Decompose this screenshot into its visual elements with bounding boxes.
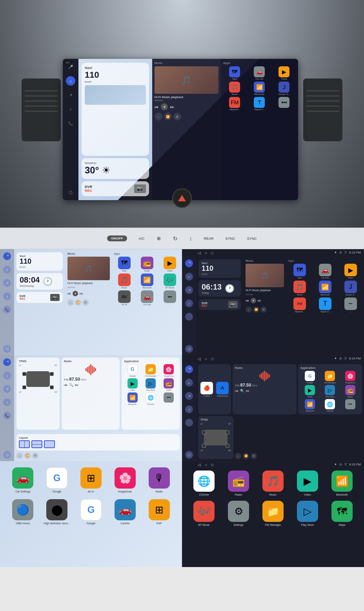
sc2-bicon2[interactable]: 📶: [253, 306, 259, 313]
hu-app-toppal[interactable]: T Toppal V...: [248, 97, 271, 111]
sc3-bicon2[interactable]: 📶: [24, 452, 31, 459]
sc2-app-video[interactable]: ▶Video: [339, 264, 362, 279]
sc3-radio-search[interactable]: 🔍: [69, 383, 73, 387]
sc4-ac-google[interactable]: GGoogle: [300, 371, 319, 384]
hu-prev-btn[interactable]: ⏮: [155, 105, 158, 109]
sc1-app-video[interactable]: ▶Video: [159, 257, 180, 272]
sc6-home-icon[interactable]: ○: [205, 463, 207, 467]
sc6-app-settings[interactable]: ⚙ Settings: [223, 501, 254, 526]
sc6-app-btmusic[interactable]: 🎶 BT Music: [188, 501, 220, 526]
sc6-app-chrome[interactable]: 🌐 Chrome: [188, 471, 220, 496]
sc6-back-icon[interactable]: ◁: [198, 463, 201, 467]
sc4-bicon3[interactable]: ⊞: [251, 453, 257, 459]
sc4-phone-icon[interactable]: 📞: [185, 419, 193, 427]
sc4-androidauto[interactable]: A Android Auto: [216, 382, 229, 397]
sc1-app-more[interactable]: •••...: [159, 290, 180, 306]
sc2-nav-icon[interactable]: ↗: [185, 286, 193, 294]
sc1-app-btmusic[interactable]: 🎶BT Music: [159, 274, 180, 289]
sc3-ac-google[interactable]: GGoogle: [124, 364, 141, 377]
sc5-app-imagescan[interactable]: 🌸 ImageScan: [110, 467, 140, 493]
hu-play-btn[interactable]: ⏸: [161, 103, 168, 110]
sc3-ac-chrome[interactable]: 🌐Chrome: [142, 392, 159, 405]
sc1-next[interactable]: ⏭: [80, 292, 83, 295]
sc2-back-icon[interactable]: ◁: [198, 251, 201, 255]
sc4-ac-video[interactable]: ▶Video: [300, 385, 319, 398]
sc2-app-music[interactable]: 🎵Music: [288, 281, 312, 296]
sc3-ac-imagescan[interactable]: 🌸ImageScan: [160, 364, 177, 377]
sc1-bicon1[interactable]: ♪: [67, 299, 74, 306]
sc5-app-dsp[interactable]: ⊞ DSP: [144, 499, 174, 525]
sc2-app-toppal[interactable]: TToppal V...: [313, 297, 337, 313]
hu-music-icon-btn[interactable]: ♪: [155, 113, 162, 120]
hu-app-navi[interactable]: 🗺 Navi: [223, 66, 246, 80]
ctrl-mode3[interactable]: ↕: [189, 235, 192, 242]
sc1-phone-icon[interactable]: 📞: [3, 306, 11, 314]
sc4-ac-imagescan[interactable]: 🌸ImageScan: [341, 371, 360, 384]
sc3-bicon1[interactable]: ♪: [16, 452, 23, 459]
sc5-app-google[interactable]: G Google: [42, 467, 72, 493]
sc4-home-icon[interactable]: ⌂: [185, 379, 193, 387]
sc4-radio-search[interactable]: 🔍: [240, 389, 244, 393]
sc1-bicon3[interactable]: ⊞: [82, 299, 89, 306]
hu-apps-icon[interactable]: ⬡: [66, 188, 75, 197]
hu-dvr-card[interactable]: DVR REC 📷: [82, 181, 149, 196]
sc3-layout-opt2[interactable]: [31, 440, 42, 448]
sc6-app-bluetooth[interactable]: 📶 Bluetooth: [326, 471, 358, 496]
sc5-app-radio[interactable]: 🎙 Radio: [144, 467, 174, 493]
sc5-app-carinfo[interactable]: 🚗 CarInfo: [110, 499, 140, 525]
sc3-apps-icon[interactable]: ⬡: [3, 451, 11, 459]
hu-bt-icon-btn[interactable]: 📶: [164, 113, 172, 120]
sc2-home-icon[interactable]: ⌂: [185, 273, 193, 281]
hu-app-network[interactable]: FM Network...: [223, 97, 246, 111]
sc4-ac-more[interactable]: •••...: [341, 399, 360, 412]
hu-app-music[interactable]: 🎵 Music: [223, 82, 246, 95]
head-unit[interactable]: 🎤 ⌂ ↗ ♪ 📞 ⬡ Navi 110 km/h Weather 30°: [63, 59, 298, 200]
sc4-carplay[interactable]: 🍎 Carplay: [200, 382, 213, 397]
sc5-app-obdhome[interactable]: 🔵 OBD Home: [8, 499, 38, 525]
sc4-back-icon[interactable]: ◁: [198, 357, 201, 361]
sc1-app-bt[interactable]: 📶Bluetooth: [136, 274, 158, 289]
hu-nav-icon[interactable]: ↗: [66, 90, 75, 100]
sc1-app-avin[interactable]: AVAV IN: [114, 290, 135, 306]
sc4-recents-icon[interactable]: □: [211, 357, 213, 361]
sc3-ac-filemanager[interactable]: 📁File Manager: [142, 364, 159, 377]
sc3-ac-radio[interactable]: 📻Radio: [160, 378, 177, 391]
sc5-app-carsettings[interactable]: 🚗 Car Settings: [8, 467, 38, 493]
sc1-app-navi[interactable]: 🗺Navi: [114, 257, 135, 272]
sc3-nav-icon[interactable]: ↗: [3, 385, 11, 393]
hu-app-more[interactable]: ••• ...: [273, 97, 296, 111]
sc1-prev[interactable]: ⏮: [67, 292, 71, 295]
sc3-phone-icon[interactable]: 📞: [3, 412, 11, 419]
sc2-music-icon[interactable]: ♪: [185, 299, 193, 307]
hu-grid-icon-btn[interactable]: ⊞: [173, 113, 181, 120]
sc3-radio-next[interactable]: ⏭: [75, 383, 78, 387]
sc2-phone-icon[interactable]: 📞: [185, 313, 193, 321]
sc4-bicon1[interactable]: ♪: [235, 453, 241, 459]
sc3-layout-opt3[interactable]: [44, 440, 55, 448]
sc2-app-carinfo[interactable]: 🚗Car Info: [313, 264, 337, 279]
sc4-ac-chrome[interactable]: 🌐Chrome: [320, 399, 339, 412]
hu-app-carinfo[interactable]: 🚗 Car info: [248, 66, 271, 80]
sc4-radio-next[interactable]: ⏭: [246, 389, 249, 393]
sc2-prev[interactable]: ⏮: [246, 299, 249, 303]
sc2-app-junsun[interactable]: JJunsun S...: [339, 281, 362, 296]
sc2-play[interactable]: ⏸: [251, 298, 256, 303]
sc2-bicon1[interactable]: ♪: [246, 306, 252, 313]
sc2-app-network[interactable]: FMNetwork...: [288, 297, 312, 313]
hu-music-icon[interactable]: ♪: [66, 104, 75, 114]
hu-next-btn[interactable]: ⏭: [170, 105, 174, 109]
sc2-app-more[interactable]: •••...: [339, 297, 362, 313]
sc1-home-icon[interactable]: ⌂: [3, 266, 11, 274]
sc1-play[interactable]: ⏸: [73, 291, 78, 296]
sc4-nav-icon[interactable]: ↗: [185, 392, 193, 400]
sc3-ac-playstore[interactable]: ▷Play Store: [142, 378, 159, 391]
sc6-recents-icon[interactable]: □: [211, 463, 213, 467]
sc4-ac-radio[interactable]: 📻Radio: [341, 385, 360, 398]
sc2-app-navi[interactable]: 🗺Navi: [288, 264, 312, 279]
home-button[interactable]: [172, 188, 192, 208]
sc5-app-avin[interactable]: ⊞ Av In: [76, 467, 106, 493]
sc1-music-icon[interactable]: ♪: [3, 292, 11, 300]
sc1-nav-icon[interactable]: ↗: [3, 279, 11, 287]
hu-navi-card[interactable]: Navi 110 km/h: [82, 63, 149, 156]
ctrl-power[interactable]: ON/OFF: [107, 235, 127, 241]
